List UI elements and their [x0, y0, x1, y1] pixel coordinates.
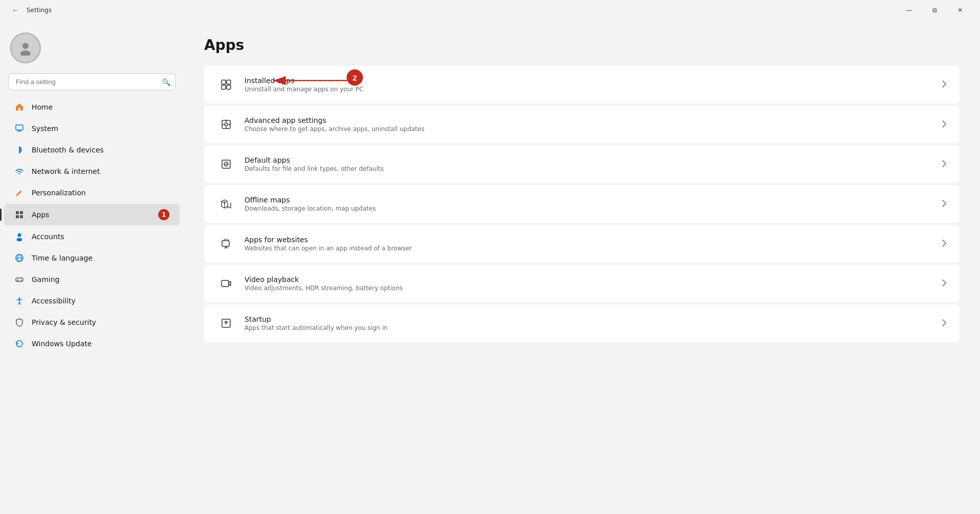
annotation-badge-1: 1 — [158, 209, 169, 220]
settings-item-text: Default appsDefaults for file and link t… — [244, 156, 942, 172]
settings-item-startup[interactable]: StartupApps that start automatically whe… — [204, 304, 960, 342]
search-input[interactable] — [8, 73, 176, 90]
sidebar-item-gaming[interactable]: Gaming — [4, 269, 180, 290]
default-apps-icon — [217, 155, 235, 173]
nav-item-label: Time & language — [32, 254, 92, 262]
settings-list: Installed appsUninstall and manage apps … — [204, 66, 960, 342]
svg-rect-14 — [222, 80, 226, 84]
svg-rect-6 — [16, 215, 19, 218]
settings-item-text: Installed appsUninstall and manage apps … — [244, 76, 942, 93]
nav-item-label: Network & internet — [32, 167, 100, 175]
svg-point-0 — [22, 43, 29, 49]
chevron-right-icon — [942, 160, 947, 169]
sidebar-item-apps[interactable]: Apps1 — [4, 204, 180, 225]
sidebar-nav: HomeSystemBluetooth & devicesNetwork & i… — [0, 96, 184, 354]
nav-item-label: Privacy & security — [32, 318, 96, 326]
settings-item-apps-for-websites[interactable]: Apps for websitesWebsites that can open … — [204, 225, 960, 263]
settings-item-desc: Apps that start automatically when you s… — [244, 324, 942, 331]
settings-item-text: Advanced app settingsChoose where to get… — [244, 116, 942, 133]
settings-item-offline-maps[interactable]: Offline mapsDownloads, storage location,… — [204, 185, 960, 223]
svg-rect-22 — [222, 241, 229, 246]
bluetooth-icon — [14, 145, 24, 155]
installed-apps-icon — [217, 75, 235, 94]
settings-item-title: Video playback — [244, 275, 942, 284]
nav-item-label: Gaming — [32, 275, 60, 284]
close-button[interactable]: ✕ — [948, 2, 972, 18]
settings-item-desc: Choose where to get apps, archive apps, … — [244, 125, 942, 133]
personalization-icon — [14, 188, 24, 198]
minimize-button[interactable]: — — [897, 2, 921, 18]
svg-rect-4 — [16, 211, 19, 214]
settings-item-title: Offline maps — [244, 196, 942, 204]
svg-rect-12 — [16, 278, 23, 281]
settings-item-desc: Websites that can open in an app instead… — [244, 245, 942, 252]
gaming-icon — [14, 274, 24, 285]
svg-point-19 — [225, 123, 228, 126]
startup-icon — [217, 314, 235, 332]
nav-item-label: Personalization — [32, 189, 86, 197]
page-title: Apps — [204, 37, 960, 54]
sidebar-item-privacy[interactable]: Privacy & security — [4, 312, 180, 332]
home-icon — [14, 102, 24, 112]
settings-item-video-playback[interactable]: Video playbackVideo adjustments, HDR str… — [204, 265, 960, 302]
svg-point-13 — [18, 297, 20, 299]
chevron-right-icon — [942, 319, 947, 328]
settings-item-installed-apps[interactable]: Installed appsUninstall and manage apps … — [204, 66, 960, 104]
svg-point-9 — [17, 238, 22, 242]
settings-item-text: Offline mapsDownloads, storage location,… — [244, 196, 942, 212]
svg-rect-17 — [227, 85, 231, 89]
nav-item-label: Bluetooth & devices — [32, 146, 104, 154]
svg-rect-15 — [227, 80, 231, 84]
svg-rect-23 — [222, 280, 229, 287]
nav-item-label: Home — [32, 103, 53, 111]
titlebar: ← Settings — ⧉ ✕ — [0, 0, 980, 20]
windows-update-icon — [14, 339, 24, 349]
sidebar-item-personalization[interactable]: Personalization — [4, 183, 180, 203]
accounts-icon — [14, 232, 24, 242]
video-playback-icon — [217, 274, 235, 293]
time-icon — [14, 253, 24, 263]
sidebar-item-time[interactable]: Time & language — [4, 248, 180, 268]
settings-item-title: Startup — [244, 315, 942, 323]
svg-point-8 — [18, 234, 21, 237]
window-controls: — ⧉ ✕ — [897, 2, 972, 18]
nav-item-label: Accounts — [32, 233, 64, 241]
nav-item-label: Accessibility — [32, 297, 76, 305]
svg-rect-7 — [20, 215, 23, 218]
svg-rect-16 — [222, 85, 226, 89]
nav-item-label: Apps — [32, 211, 50, 219]
back-button[interactable]: ← — [8, 3, 22, 17]
sidebar-item-home[interactable]: Home — [4, 97, 180, 117]
settings-item-desc: Defaults for file and link types, other … — [244, 165, 942, 172]
main-layout: 🔍 HomeSystemBluetooth & devicesNetwork &… — [0, 20, 980, 514]
chevron-right-icon — [942, 239, 947, 249]
sidebar-item-system[interactable]: System — [4, 118, 180, 139]
advanced-app-settings-icon — [217, 115, 235, 134]
settings-item-title: Default apps — [244, 156, 942, 164]
settings-item-title: Apps for websites — [244, 236, 942, 244]
sidebar-item-network[interactable]: Network & internet — [4, 161, 180, 182]
svg-rect-5 — [20, 211, 23, 214]
chevron-right-icon — [942, 80, 947, 90]
privacy-icon — [14, 317, 24, 327]
search-box[interactable]: 🔍 — [8, 73, 176, 90]
settings-item-advanced-app-settings[interactable]: Advanced app settingsChoose where to get… — [204, 106, 960, 143]
sidebar-item-accessibility[interactable]: Accessibility — [4, 291, 180, 311]
chevron-right-icon — [942, 199, 947, 209]
settings-item-desc: Uninstall and manage apps on your PC — [244, 86, 942, 93]
settings-item-text: Video playbackVideo adjustments, HDR str… — [244, 275, 942, 292]
accessibility-icon — [14, 296, 24, 306]
settings-item-desc: Downloads, storage location, map updates — [244, 205, 942, 212]
svg-rect-2 — [16, 125, 23, 130]
sidebar-item-bluetooth[interactable]: Bluetooth & devices — [4, 140, 180, 160]
avatar[interactable] — [10, 33, 41, 63]
settings-item-text: Apps for websitesWebsites that can open … — [244, 236, 942, 252]
network-icon — [14, 166, 24, 176]
sidebar: 🔍 HomeSystemBluetooth & devicesNetwork &… — [0, 20, 184, 514]
restore-button[interactable]: ⧉ — [923, 2, 946, 18]
sidebar-item-windows-update[interactable]: Windows Update — [4, 333, 180, 354]
settings-item-default-apps[interactable]: Default appsDefaults for file and link t… — [204, 145, 960, 183]
settings-item-title: Advanced app settings — [244, 116, 942, 124]
sidebar-item-accounts[interactable]: Accounts — [4, 226, 180, 247]
profile-section — [0, 27, 184, 73]
